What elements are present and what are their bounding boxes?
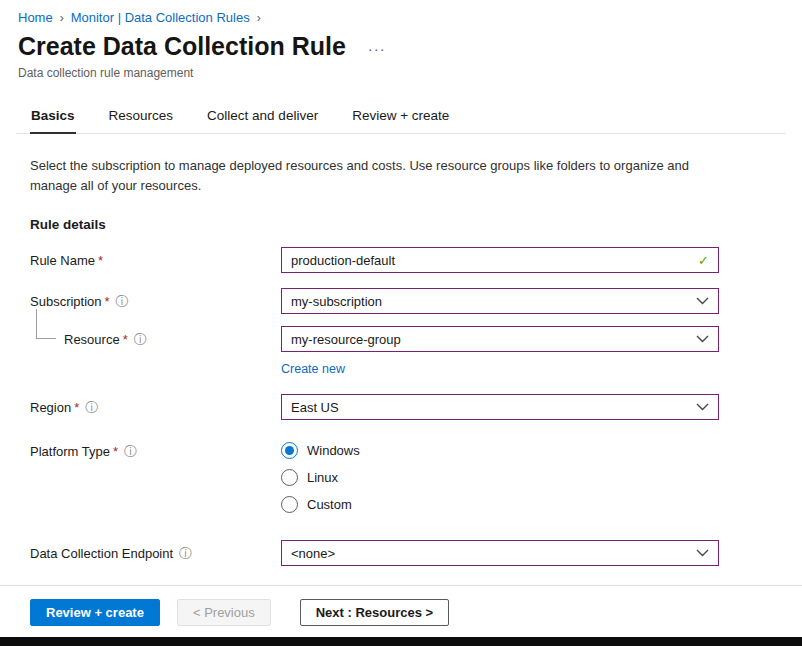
region-value: East US (291, 400, 339, 415)
tab-basics[interactable]: Basics (30, 108, 76, 134)
region-dropdown[interactable]: East US (281, 394, 719, 420)
resource-value: my-resource-group (291, 332, 401, 347)
subscription-row: Subscription* ⓘ my-subscription (30, 288, 802, 314)
required-marker: * (105, 294, 110, 309)
radio-linux[interactable]: Linux (281, 467, 360, 487)
required-marker: * (74, 400, 79, 415)
chevron-down-icon (696, 335, 709, 343)
page-header: Create Data Collection Rule ··· (18, 32, 802, 61)
breadcrumb: Home › Monitor | Data Collection Rules › (0, 0, 802, 25)
radio-linux-label: Linux (307, 470, 338, 485)
data-collection-endpoint-dropdown[interactable]: <none> (281, 540, 719, 566)
valid-check-icon: ✓ (698, 253, 709, 268)
required-marker: * (98, 253, 103, 268)
bottom-bar (0, 637, 802, 646)
tab-bar: Basics Resources Collect and deliver Rev… (16, 108, 786, 134)
radio-unselected-icon (281, 496, 298, 513)
radio-selected-icon (281, 442, 298, 459)
tab-resources[interactable]: Resources (108, 108, 175, 133)
rule-name-field: ✓ (281, 247, 719, 273)
next-resources-button[interactable]: Next : Resources > (300, 599, 449, 626)
resource-row: Resource* ⓘ my-resource-group (30, 326, 802, 352)
tree-connector (36, 309, 56, 339)
page-title: Create Data Collection Rule (18, 32, 346, 61)
subscription-dropdown[interactable]: my-subscription (281, 288, 719, 314)
resource-dropdown[interactable]: my-resource-group (281, 326, 719, 352)
radio-unselected-icon (281, 469, 298, 486)
chevron-down-icon (696, 549, 709, 557)
region-label: Region* ⓘ (30, 400, 281, 415)
section-title-rule-details: Rule details (30, 217, 802, 232)
review-create-button[interactable]: Review + create (30, 599, 160, 626)
info-icon[interactable]: ⓘ (124, 445, 137, 458)
endpoint-value: <none> (291, 546, 335, 561)
resource-label: Resource* ⓘ (30, 332, 281, 347)
radio-windows-label: Windows (307, 443, 360, 458)
rule-name-row: Rule Name* ✓ (30, 247, 802, 273)
create-new-link[interactable]: Create new (281, 362, 345, 376)
breadcrumb-link-monitor-dcr[interactable]: Monitor | Data Collection Rules (71, 10, 250, 25)
breadcrumb-link-home[interactable]: Home (18, 10, 53, 25)
radio-custom[interactable]: Custom (281, 494, 360, 514)
radio-windows[interactable]: Windows (281, 440, 360, 460)
info-icon[interactable]: ⓘ (179, 547, 192, 560)
data-collection-endpoint-label: Data Collection Endpoint ⓘ (30, 546, 281, 561)
tab-review-create[interactable]: Review + create (351, 108, 450, 133)
rule-name-label: Rule Name* (30, 253, 281, 268)
info-icon[interactable]: ⓘ (134, 333, 147, 346)
platform-type-row: Platform Type* ⓘ Windows Linux Custom (30, 440, 802, 514)
info-icon[interactable]: ⓘ (85, 401, 98, 414)
subscription-value: my-subscription (291, 294, 382, 309)
breadcrumb-separator-icon: › (257, 11, 261, 25)
create-new-row: Create new (281, 359, 802, 377)
info-icon[interactable]: ⓘ (116, 295, 129, 308)
page-subtitle: Data collection rule management (18, 66, 802, 80)
region-row: Region* ⓘ East US (30, 394, 802, 420)
chevron-down-icon (696, 297, 709, 305)
footer-action-bar: Review + create < Previous Next : Resour… (0, 585, 802, 637)
platform-type-radio-group: Windows Linux Custom (281, 440, 360, 514)
rule-name-input[interactable] (291, 253, 690, 268)
required-marker: * (123, 332, 128, 347)
chevron-down-icon (696, 403, 709, 411)
data-collection-endpoint-row: Data Collection Endpoint ⓘ <none> (30, 540, 802, 566)
platform-type-label: Platform Type* ⓘ (30, 440, 281, 459)
breadcrumb-separator-icon: › (60, 11, 64, 25)
tab-collect-and-deliver[interactable]: Collect and deliver (206, 108, 319, 133)
previous-button[interactable]: < Previous (177, 599, 271, 626)
radio-custom-label: Custom (307, 497, 352, 512)
description-text: Select the subscription to manage deploy… (30, 156, 695, 195)
required-marker: * (113, 444, 118, 459)
subscription-label: Subscription* ⓘ (30, 294, 281, 309)
more-options-button[interactable]: ··· (362, 35, 392, 58)
basics-form: Rule Name* ✓ Subscription* ⓘ my-subscrip… (30, 247, 802, 566)
